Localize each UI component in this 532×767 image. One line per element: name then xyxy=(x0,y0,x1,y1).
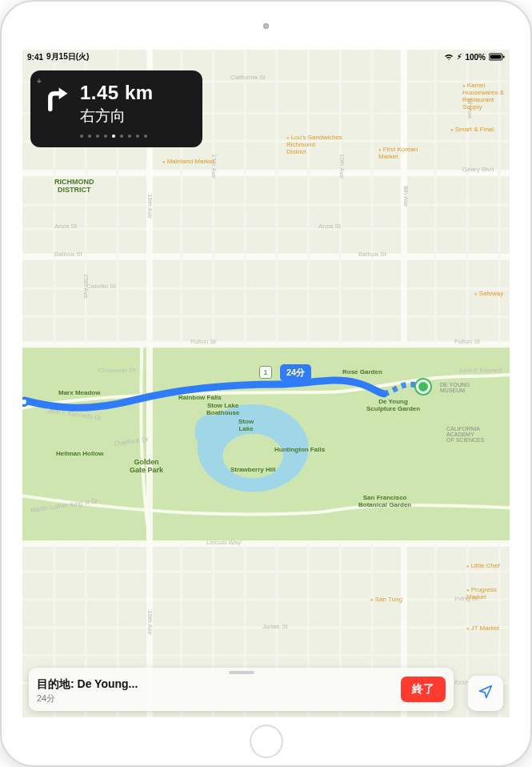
status-time: 9:41 xyxy=(27,53,43,62)
wifi-icon xyxy=(444,53,454,61)
map-canvas[interactable]: 24分 1 California St Geary Blvd Anza St A… xyxy=(22,50,510,717)
route-eta-badge: 24分 xyxy=(280,364,311,381)
map-svg xyxy=(22,50,510,717)
svg-rect-1 xyxy=(490,55,502,59)
svg-rect-2 xyxy=(503,56,505,58)
svg-point-6 xyxy=(222,434,283,479)
step-dots xyxy=(80,135,191,138)
direction-plus-badge: + xyxy=(37,77,42,86)
destination-name: De Young... xyxy=(78,677,138,690)
tracking-button[interactable] xyxy=(468,676,503,711)
direction-instruction: 右方向 xyxy=(80,106,191,126)
direction-card[interactable]: + 1.45 km 右方向 xyxy=(30,70,202,147)
destination-eta: 24分 xyxy=(37,693,138,705)
ipad-device-frame: 9:41 9月15日(火) ⚡︎ 100% xyxy=(0,0,532,767)
direction-distance: 1.45 km xyxy=(80,82,191,104)
status-bar: 9:41 9月15日(火) ⚡︎ 100% xyxy=(22,50,510,64)
screen: 9:41 9月15日(火) ⚡︎ 100% xyxy=(22,50,510,717)
destination-pin[interactable] xyxy=(416,379,430,394)
destination-bar[interactable]: 目的地: De Young... 24分 終了 xyxy=(29,668,454,711)
location-arrow-icon xyxy=(478,684,494,703)
device-bezel-top xyxy=(2,2,530,50)
drag-handle[interactable] xyxy=(229,671,254,674)
battery-pct: 100% xyxy=(465,53,486,62)
status-right: ⚡︎ 100% xyxy=(444,53,505,62)
charging-icon: ⚡︎ xyxy=(457,53,462,61)
battery-icon xyxy=(489,53,505,61)
direction-text: 1.45 km 右方向 xyxy=(80,82,191,138)
device-bezel-bottom xyxy=(2,717,530,765)
destination-title: 目的地: De Young... xyxy=(37,677,138,692)
destination-prefix: 目的地: xyxy=(37,677,78,690)
turn-right-icon xyxy=(42,85,70,114)
front-camera xyxy=(263,23,269,29)
route-shield: 1 xyxy=(259,366,272,379)
end-button[interactable]: 終了 xyxy=(401,677,446,702)
status-date: 9月15日(火) xyxy=(46,51,89,62)
destination-info: 目的地: De Young... 24分 xyxy=(37,677,138,705)
status-left: 9:41 9月15日(火) xyxy=(27,51,89,62)
home-button[interactable] xyxy=(250,725,283,758)
svg-point-7 xyxy=(195,415,224,450)
